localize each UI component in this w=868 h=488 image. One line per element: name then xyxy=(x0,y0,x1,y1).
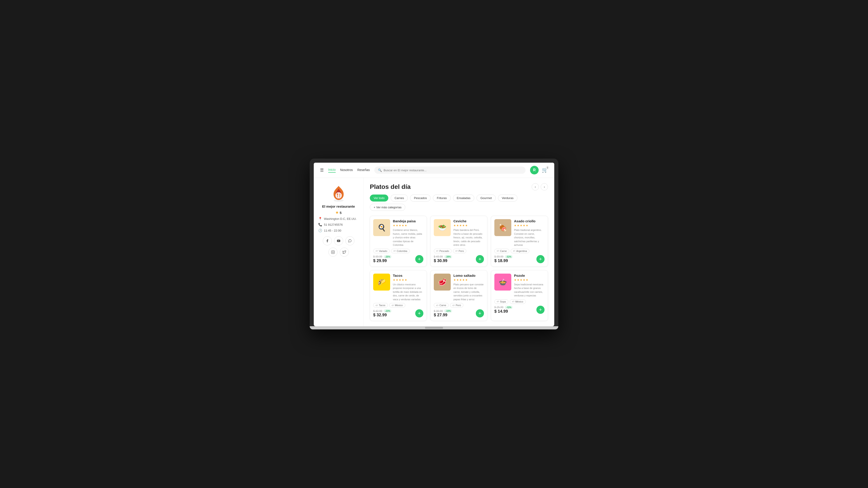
clock-icon: 🕐 xyxy=(318,229,322,232)
star-5: ★ xyxy=(465,278,468,282)
nav-link-nosotros[interactable]: Nosotros xyxy=(340,168,353,172)
twitter-button[interactable] xyxy=(340,248,349,257)
price-original: $ 42.99 -23% xyxy=(373,309,392,313)
laptop-frame: ☰ Inicio Nosotros Reseñas 🔍 R 🛒 0 xyxy=(310,159,558,329)
svg-point-1 xyxy=(336,192,342,199)
price-current: $ 18.99 xyxy=(494,258,513,263)
food-card-top: 🌮 Tacos ★ ★ ★ ★ ★ Un clásico mexicano pr… xyxy=(373,273,423,301)
filter-gourmet[interactable]: Gourmet xyxy=(476,195,496,201)
filter-ensaladas[interactable]: Ensaladas xyxy=(453,195,474,201)
filter-pescados[interactable]: Pescados xyxy=(410,195,431,201)
cart-button[interactable]: 🛒 0 xyxy=(542,167,548,173)
food-emoji: 🥩 xyxy=(434,273,451,291)
food-price-row: $ 42.99 -23% $ 32.99 + xyxy=(373,309,423,318)
star-2: ★ xyxy=(456,278,459,282)
search-bar[interactable]: 🔍 xyxy=(374,166,526,174)
food-name: Asado criollo xyxy=(514,219,545,223)
tag-icon-1: 🏷 xyxy=(392,304,394,306)
food-stars: ★ ★ ★ ★ ★ xyxy=(454,278,484,282)
add-to-cart-button[interactable]: + xyxy=(476,255,484,263)
category-filters: Ver todo Carnes Pescados Frituras Ensala… xyxy=(370,195,548,211)
filter-frituras[interactable]: Frituras xyxy=(433,195,451,201)
star-3: ★ xyxy=(520,278,522,282)
phone-icon: 📞 xyxy=(318,223,322,226)
original-price-value: $ 25.99 xyxy=(494,306,503,309)
instagram-button[interactable] xyxy=(329,248,338,257)
phone-info: 📞 51 912745576 xyxy=(318,223,359,226)
hamburger-icon[interactable]: ☰ xyxy=(320,168,324,173)
food-tag-1: 🏷 México xyxy=(510,299,526,304)
svg-rect-7 xyxy=(331,251,334,254)
star-5: ★ xyxy=(526,224,528,227)
food-stars: ★ ★ ★ ★ ★ xyxy=(454,224,484,227)
next-arrow-button[interactable]: › xyxy=(541,183,548,191)
food-card-pozole: 🍲 Pozole ★ ★ ★ ★ ★ Sepa tradicional mexi… xyxy=(491,270,548,321)
whatsapp-button[interactable] xyxy=(345,236,354,246)
food-name: Ceviche xyxy=(454,219,484,223)
food-price-left: $ 39.99 -52% $ 18.99 xyxy=(494,255,513,263)
food-price-left: $ 39.99 -25% $ 29.99 xyxy=(373,255,392,263)
star-1: ★ xyxy=(454,278,456,282)
discount-badge: -23% xyxy=(383,309,392,313)
star-4: ★ xyxy=(462,278,465,282)
add-to-cart-button[interactable]: + xyxy=(476,309,484,318)
prev-arrow-button[interactable]: ‹ xyxy=(532,183,539,191)
add-to-cart-button[interactable]: + xyxy=(415,255,423,263)
price-current: $ 14.99 xyxy=(494,309,513,314)
tag-icon-0: 🏷 xyxy=(497,300,499,303)
food-tag-0: 🏷 Variado xyxy=(373,249,390,253)
content-header: Platos del día ‹ › xyxy=(370,183,548,191)
discount-badge: -38% xyxy=(444,255,452,258)
nav-arrows: ‹ › xyxy=(532,183,548,191)
add-to-cart-button[interactable]: + xyxy=(415,309,423,318)
star-2: ★ xyxy=(517,278,520,282)
food-stars: ★ ★ ★ ★ ★ xyxy=(393,224,423,227)
discount-badge: -52% xyxy=(505,255,513,258)
star-5: ★ xyxy=(465,224,468,227)
tag-icon-0: 🏷 xyxy=(436,304,438,306)
user-avatar[interactable]: R xyxy=(530,166,539,174)
nav-right: R 🛒 0 xyxy=(530,166,548,174)
food-stars: ★ ★ ★ ★ ★ xyxy=(514,278,545,282)
filter-verduras[interactable]: Verduras xyxy=(498,195,518,201)
tag-label-1: Perú xyxy=(459,250,464,252)
food-description: Plato bandera del Perú. Hecho a base de … xyxy=(454,228,484,247)
original-price-value: $ 39.99 xyxy=(373,255,382,258)
add-to-cart-button[interactable]: + xyxy=(536,306,545,314)
youtube-button[interactable] xyxy=(334,236,343,246)
add-to-cart-button[interactable]: + xyxy=(536,255,545,263)
filter-carnes[interactable]: Carnes xyxy=(391,195,408,201)
food-tag-1: 🏷 Colombia xyxy=(391,249,410,253)
food-description: Un clásico mexicano propone incorporar a… xyxy=(393,283,423,301)
search-input[interactable] xyxy=(383,168,522,172)
food-card-top: 🍖 Asado criollo ★ ★ ★ ★ ★ Plato tradiona… xyxy=(494,219,545,247)
tag-icon-1: 🏷 xyxy=(512,300,515,303)
food-card-top: 🍲 Pozole ★ ★ ★ ★ ★ Sepa tradicional mexi… xyxy=(494,273,545,297)
more-categories-button[interactable]: + Ver más categorías xyxy=(370,204,405,211)
restaurant-logo xyxy=(330,184,348,202)
food-tag-1: 🏷 Perú xyxy=(453,249,466,253)
tag-icon-1: 🏷 xyxy=(456,250,458,252)
food-price-left: $ 49.99 -38% $ 30.99 xyxy=(434,255,452,263)
star-4: ★ xyxy=(523,224,525,227)
original-price-value: $ 42.99 xyxy=(373,310,382,313)
main-layout: El mejor restaurante ★ 5 📍 Washington D.… xyxy=(314,178,554,326)
star-2: ★ xyxy=(396,224,398,227)
price-current: $ 29.99 xyxy=(373,258,392,263)
food-price-row: $ 30.99 -10% $ 27.99 + xyxy=(434,309,484,318)
nav-link-inicio[interactable]: Inicio xyxy=(328,168,336,173)
star-3: ★ xyxy=(399,278,401,282)
facebook-button[interactable] xyxy=(323,236,332,246)
nav-link-resenas[interactable]: Reseñas xyxy=(358,168,370,172)
sidebar: El mejor restaurante ★ 5 📍 Washington D.… xyxy=(314,178,364,326)
discount-badge: -25% xyxy=(383,255,392,258)
location-icon: 📍 xyxy=(318,217,322,221)
food-name: Tacos xyxy=(393,273,423,278)
star-4: ★ xyxy=(402,224,404,227)
social-links xyxy=(323,236,354,257)
page-title: Platos del día xyxy=(370,183,411,191)
filter-ver-todo[interactable]: Ver todo xyxy=(370,195,388,201)
food-tag-1: 🏷 México xyxy=(389,303,405,307)
tag-icon-1: 🏷 xyxy=(394,250,396,252)
food-tag-1: 🏷 Argentina xyxy=(510,249,529,253)
